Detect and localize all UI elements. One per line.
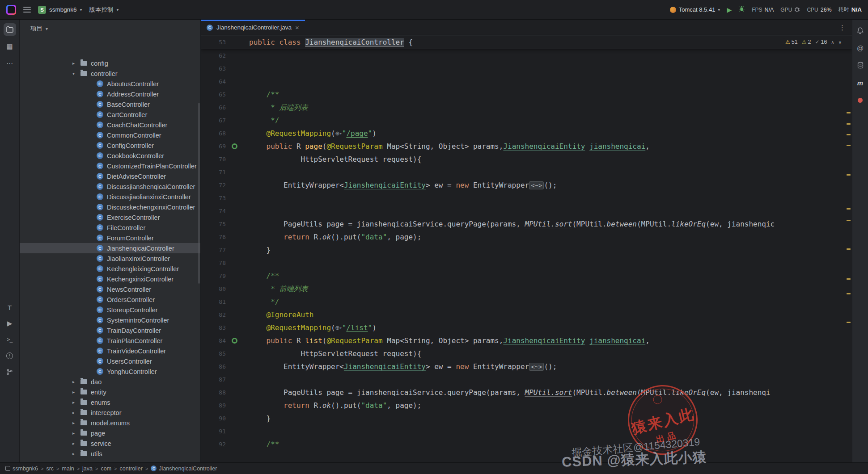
tree-item-entity[interactable]: ▸entity [20,387,200,397]
warning-stripe-mark[interactable] [847,220,851,221]
tree-item-TrainDayController[interactable]: CTrainDayController [20,325,200,336]
project-panel-header[interactable]: 项目 ▾ [20,20,200,38]
code-line-68[interactable]: 68 @RequestMapping(⊕▾"/page") [201,127,852,140]
tree-item-CommonController[interactable]: CCommonController [20,130,200,140]
line-number[interactable]: 92 [201,438,226,451]
tree-item-ExerciseController[interactable]: CExerciseController [20,212,200,222]
translation-toolwindow-icon[interactable]: T [4,301,16,314]
code-line-69[interactable]: 69 public R page(@RequestParam Map<Strin… [201,140,852,153]
run-button[interactable]: ▶ [727,6,732,13]
tree-item-model.enums[interactable]: ▸model.enums [20,418,200,428]
database-toolwindow-icon[interactable] [855,60,866,71]
warning-stripe-mark[interactable] [847,278,851,280]
chevron-right-icon[interactable]: ▸ [72,61,80,66]
line-number[interactable]: 85 [201,347,226,360]
warning-stripe-mark[interactable] [847,174,851,176]
tree-item-controller[interactable]: ▾controller [20,68,200,79]
warning-stripe-mark[interactable] [847,112,851,113]
tree-item-DiscussjiaolianxinxiController[interactable]: CDiscussjiaolianxinxiController [20,192,200,202]
tree-item-TrainPlanController[interactable]: CTrainPlanController [20,336,200,346]
code-editor[interactable]: 62636465 /**66 * 后端列表67 */68 @RequestMap… [201,49,852,451]
code-line-73[interactable]: 73 [201,192,852,205]
structure-toolwindow-icon[interactable]: ▦ [4,40,16,53]
tree-item-TrainVideoController[interactable]: CTrainVideoController [20,346,200,356]
tree-item-FileController[interactable]: CFileController [20,222,200,233]
git-branch-icon[interactable] [4,365,16,378]
close-tab-icon[interactable]: × [295,24,299,31]
code-line-91[interactable]: 91 [201,425,852,438]
warning-stripe-mark[interactable] [847,208,851,210]
code-line-80[interactable]: 80 * 前端列表 [201,282,852,295]
tree-item-AboutusController[interactable]: CAboutusController [20,79,200,89]
code-line-66[interactable]: 66 * 后端列表 [201,101,852,114]
code-line-67[interactable]: 67 */ [201,114,852,127]
tree-item-CookbookController[interactable]: CCookbookController [20,151,200,161]
vcs-widget[interactable]: 版本控制 ▾ [89,6,119,14]
breadcrumb-item-ssmbgnk6[interactable]: ssmbgnk6 [5,466,38,472]
request-mapping-gutter-icon[interactable] [232,143,237,149]
line-number[interactable]: 87 [201,373,226,386]
line-number[interactable]: 78 [201,256,226,269]
warning-stripe-mark[interactable] [847,293,851,294]
tree-item-CustomizedTrainPlanController[interactable]: CCustomizedTrainPlanController [20,161,200,171]
line-number[interactable]: 79 [201,269,226,282]
chevron-right-icon[interactable]: ▸ [72,420,80,425]
error-stripe[interactable] [846,36,852,462]
notifications-bell-icon[interactable] [855,25,866,36]
code-line-77[interactable]: 77 } [201,243,852,256]
inspections-widget[interactable]: ⚠ 51 ⚠ 2 ✓ 16 ∧ ∨ [783,38,844,46]
line-number[interactable]: 76 [201,231,226,243]
chevron-right-icon[interactable]: ▸ [72,431,80,436]
chevron-right-icon[interactable]: ▸ [72,390,80,394]
tree-item-service[interactable]: ▸service [20,438,200,449]
code-line-62[interactable]: 62 [201,49,852,62]
code-line-84[interactable]: 84 public R list(@RequestParam Map<Strin… [201,334,852,347]
sticky-header-line[interactable]: 53public class JianshenqicaiController { [201,36,852,49]
code-line-86[interactable]: 86 EntityWrapper<JianshenqicaiEntity> ew… [201,360,852,373]
line-number[interactable]: 80 [201,282,226,295]
warnings-count[interactable]: ⚠ 51 [785,39,798,45]
plugin-icon[interactable] [855,95,866,105]
tree-item-BaseController[interactable]: CBaseController [20,99,200,109]
services-toolwindow-icon[interactable]: ▶ [4,317,16,330]
code-line-70[interactable]: 70 HttpServletRequest request){ [201,153,852,166]
line-number[interactable]: 63 [201,62,226,75]
project-widget[interactable]: S ssmbgnk6 ▾ [38,6,82,14]
next-problem-icon[interactable]: ∨ [838,40,842,45]
breadcrumb-item-main[interactable]: main [62,466,74,472]
warning-stripe-mark[interactable] [847,123,851,125]
tree-item-CartController[interactable]: CCartController [20,109,200,120]
sticky-line-number[interactable]: 53 [201,39,226,46]
weak-warnings-count[interactable]: ⚠ 2 [802,39,811,45]
code-line-76[interactable]: 76 return R.ok().put("data", page); [201,231,852,243]
tree-item-NewsController[interactable]: CNewsController [20,284,200,294]
chevron-down-icon[interactable]: ▾ [72,71,80,76]
line-number[interactable]: 75 [201,218,226,231]
tree-item-KechengxinxiController[interactable]: CKechengxinxiController [20,274,200,284]
tab-options-icon[interactable]: ⋮ [839,20,852,35]
line-number[interactable]: 83 [201,321,226,334]
code-line-74[interactable]: 74 [201,205,852,218]
request-mapping-gutter-icon[interactable] [232,338,237,344]
line-number[interactable]: 86 [201,360,226,373]
line-number[interactable]: 67 [201,114,226,127]
tree-item-interceptor[interactable]: ▸interceptor [20,407,200,418]
chevron-right-icon[interactable]: ▸ [72,441,80,446]
code-line-75[interactable]: 75 PageUtils page = jianshenqicaiService… [201,218,852,231]
code-line-78[interactable]: 78 [201,256,852,269]
ai-assistant-icon[interactable]: @ [855,42,866,53]
code-line-79[interactable]: 79 /** [201,269,852,282]
line-number[interactable]: 82 [201,308,226,321]
code-line-87[interactable]: 87 [201,373,852,386]
code-line-82[interactable]: 82 @IgnoreAuth [201,308,852,321]
url-globe-icon[interactable]: ⊕▾ [335,129,342,138]
more-toolwindows-icon[interactable]: ⋯ [4,57,16,70]
terminal-toolwindow-icon[interactable]: >_ [4,333,16,346]
code-line-83[interactable]: 83 @RequestMapping(⊕▾"/list") [201,321,852,334]
warning-stripe-mark[interactable] [847,248,851,250]
tree-item-page[interactable]: ▸page [20,428,200,438]
chevron-right-icon[interactable]: ▸ [72,400,80,405]
code-line-92[interactable]: 92 /** [201,438,852,451]
code-line-65[interactable]: 65 /** [201,88,852,101]
warning-stripe-mark[interactable] [847,145,851,146]
